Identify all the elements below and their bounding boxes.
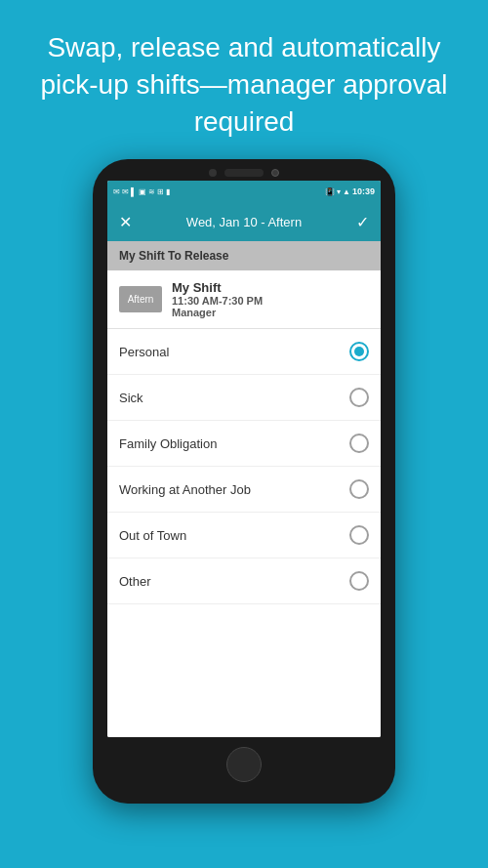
shift-role: Manager [172,307,263,318]
radio-circle[interactable] [349,342,369,361]
radio-label: Sick [119,391,143,405]
hero-text: Swap, release and automatically pick-up … [0,0,488,159]
shift-badge: Aftern [119,286,162,312]
vibrate-icon: 📳 [325,187,335,196]
radio-item[interactable]: Out of Town [107,513,381,558]
shift-name: My Shift [172,280,263,295]
radio-item[interactable]: Personal [107,329,381,375]
wifi-icon: ▾ [337,187,341,196]
shift-details: My Shift 11:30 AM-7:30 PM Manager [172,280,263,318]
reason-list: PersonalSickFamily ObligationWorking at … [107,329,381,737]
radio-item[interactable]: Other [107,558,381,604]
shift-card: Aftern My Shift 11:30 AM-7:30 PM Manager [107,270,381,329]
radio-circle[interactable] [349,571,369,591]
status-bar: ✉ ✉ ▌ ▣ ≋ ⊞ ▮ 📳 ▾ ▲ 10:39 [107,181,381,202]
toolbar-title: Wed, Jan 10 - Aftern [132,215,356,229]
home-button[interactable] [226,747,262,782]
front-camera-icon [209,169,217,177]
radio-label: Family Obligation [119,436,217,451]
bat-icon: ▮ [166,187,170,196]
img-icon: ▣ [139,187,146,196]
radio-circle[interactable] [349,388,369,407]
phone-screen: ✉ ✉ ▌ ▣ ≋ ⊞ ▮ 📳 ▾ ▲ 10:39 ✕ Wed, J [107,181,381,737]
confirm-button[interactable]: ✓ [356,213,369,231]
pin-icon: ▌ [131,187,137,196]
status-icons-left: ✉ ✉ ▌ ▣ ≋ ⊞ ▮ [113,187,170,196]
radio-label: Personal [119,345,169,359]
app-toolbar: ✕ Wed, Jan 10 - Aftern ✓ [107,202,381,241]
phone-mockup: ✉ ✉ ▌ ▣ ≋ ⊞ ▮ 📳 ▾ ▲ 10:39 ✕ Wed, J [78,159,410,868]
radio-label: Working at Another Job [119,482,251,497]
status-icons-right: 📳 ▾ ▲ 10:39 [325,186,375,196]
msg2-icon: ✉ [122,187,129,196]
radio-label: Other [119,574,151,589]
grid-icon: ⊞ [157,187,164,196]
radio-item[interactable]: Working at Another Job [107,467,381,513]
msg-icon: ✉ [113,187,120,196]
shift-release-header: My Shift To Release [107,241,381,270]
phone-body: ✉ ✉ ▌ ▣ ≋ ⊞ ▮ 📳 ▾ ▲ 10:39 ✕ Wed, J [93,159,395,804]
status-time: 10:39 [352,186,375,196]
sig-icon: ≋ [148,187,155,196]
phone-top-hardware [93,159,395,181]
radio-circle[interactable] [349,434,369,453]
radio-item[interactable]: Family Obligation [107,421,381,467]
radio-item[interactable]: Sick [107,375,381,421]
phone-bottom-hardware [93,737,395,792]
shift-hours: 11:30 AM-7:30 PM [172,295,263,307]
radio-label: Out of Town [119,528,186,543]
radio-circle[interactable] [349,479,369,499]
sensor-icon [271,169,279,177]
signal-icon: ▲ [343,187,350,196]
close-button[interactable]: ✕ [119,213,132,231]
speaker-icon [224,169,264,177]
radio-circle[interactable] [349,525,369,545]
